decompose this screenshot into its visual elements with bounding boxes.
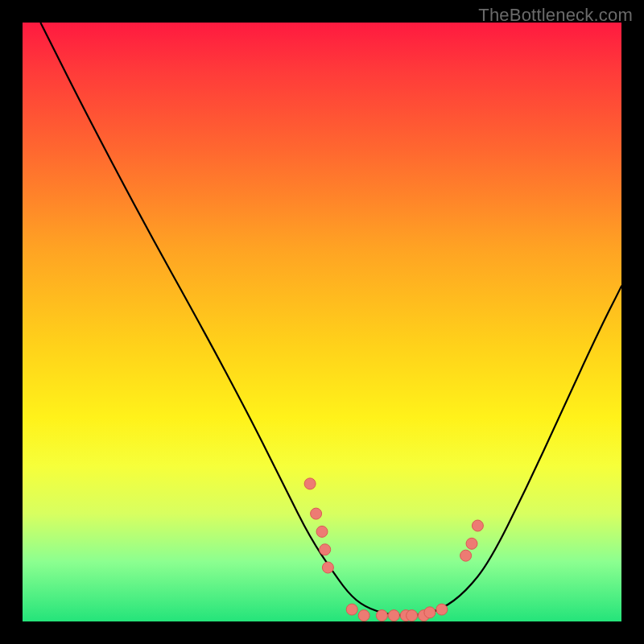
- chart-plot-area: [23, 23, 621, 621]
- bottleneck-curve-chart: [23, 23, 621, 621]
- data-point: [346, 604, 357, 615]
- bottleneck-curve: [40, 23, 621, 616]
- data-point: [388, 610, 399, 621]
- data-points-group: [304, 478, 483, 621]
- data-point: [304, 478, 316, 489]
- data-point: [320, 544, 331, 555]
- data-point: [424, 607, 436, 618]
- data-point: [322, 562, 333, 573]
- data-point: [311, 508, 322, 519]
- data-point: [407, 610, 418, 621]
- data-point: [358, 610, 369, 621]
- data-point: [460, 550, 472, 561]
- data-point: [472, 520, 483, 531]
- watermark-label: TheBottleneck.com: [478, 5, 633, 26]
- data-point: [316, 526, 328, 537]
- data-point: [436, 604, 448, 615]
- data-point: [376, 610, 387, 621]
- data-point: [466, 538, 477, 549]
